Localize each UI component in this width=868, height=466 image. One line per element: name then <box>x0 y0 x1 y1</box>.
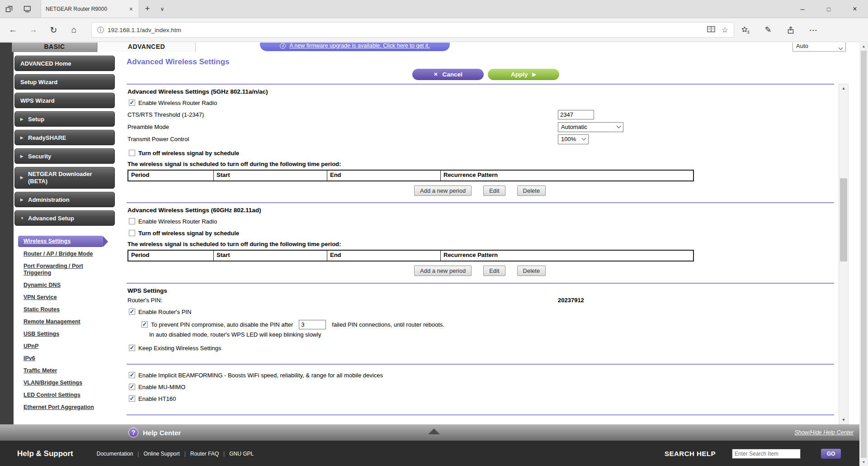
footer-link-gnu-gpl[interactable]: GNU GPL <box>229 451 254 457</box>
scroll-down-icon[interactable]: ▼ <box>839 416 848 424</box>
sidebar-item-label: ReadySHARE <box>28 134 66 141</box>
back-icon[interactable]: ← <box>3 25 23 35</box>
schedule-off-60ghz-checkbox[interactable] <box>129 230 135 236</box>
url-box[interactable]: ⓘ 192.168.1.1/adv_index.htm ☆ <box>91 22 734 38</box>
help-search-input[interactable] <box>732 449 801 459</box>
sidebar-item-readyshare[interactable]: ▶ ReadySHARE <box>14 130 115 145</box>
sidebar-subitem-wireless-settings[interactable]: Wireless Settings <box>18 236 103 247</box>
browser-scrollbar[interactable]: ▲ ▼ <box>859 43 868 466</box>
scroll-down-icon[interactable]: ▼ <box>859 458 868 466</box>
keep-existing-settings-checkbox[interactable] <box>129 345 135 351</box>
column-header-start: Start <box>214 171 327 181</box>
checkbox-label: Keep Existing Wireless Settings <box>138 345 222 352</box>
show-hide-help-link[interactable]: Show/Hide Help Center <box>794 429 854 436</box>
maximize-button[interactable]: □ <box>816 0 842 18</box>
site-info-icon[interactable]: ⓘ <box>97 26 104 34</box>
scroll-up-icon[interactable]: ▲ <box>839 84 848 92</box>
share-icon[interactable] <box>779 26 802 34</box>
enable-beamforming-checkbox[interactable] <box>129 372 135 378</box>
chevron-right-icon: ▶ <box>20 136 25 140</box>
apply-button[interactable]: Apply ▶ <box>488 69 559 80</box>
delete-period-button[interactable]: Delete <box>517 266 546 276</box>
enable-ht160-checkbox[interactable] <box>129 395 135 402</box>
sidebar-item-administration[interactable]: ▶ Administration <box>14 192 115 207</box>
sidebar-subitem-usb-settings[interactable]: USB Settings <box>24 331 103 338</box>
settings-more-icon[interactable]: ⋯ <box>802 25 825 35</box>
tab-preview-icon[interactable] <box>0 0 18 18</box>
set-tabs-aside-icon[interactable] <box>18 0 36 18</box>
sidebar-subitem-port-forwarding[interactable]: Port Forwarding / Port Triggering <box>24 263 103 276</box>
sidebar-menu: ADVANCED Home Setup Wizard WPS Wizard ▶ … <box>14 52 127 424</box>
cts-threshold-input[interactable] <box>558 110 594 119</box>
sidebar-subitem-vpn-service[interactable]: VPN Service <box>24 294 103 301</box>
scrollbar-thumb[interactable] <box>840 178 847 262</box>
firmware-banner-text[interactable]: A new firmware upgrade is available. Cli… <box>289 43 430 49</box>
edit-period-button[interactable]: Edit <box>483 266 505 276</box>
footer-link-online-support[interactable]: Online Support <box>144 451 180 457</box>
search-go-button[interactable]: GO <box>821 449 841 459</box>
add-period-button[interactable]: Add a new period <box>414 266 472 276</box>
scrollbar-thumb[interactable] <box>861 51 867 458</box>
new-tab-button[interactable]: + <box>139 0 156 18</box>
content-scrollbar[interactable]: ▲ ▼ <box>839 84 849 424</box>
tab-list-chevron-icon[interactable]: ∨ <box>156 0 169 18</box>
close-button[interactable]: × <box>842 0 868 18</box>
column-header-end: End <box>327 171 441 181</box>
sidebar-subitem-ipv6[interactable]: IPv6 <box>24 355 103 362</box>
delete-period-button[interactable]: Delete <box>517 185 546 196</box>
sidebar-item-label: ADVANCED Home <box>20 60 71 67</box>
page-title: Advanced Wireless Settings <box>127 52 834 67</box>
minimize-button[interactable]: ─ <box>789 0 816 18</box>
tab-close-icon[interactable]: × <box>128 5 134 13</box>
enable-radio-5ghz-checkbox[interactable] <box>129 100 135 106</box>
enable-router-pin-checkbox[interactable] <box>129 309 135 315</box>
footer-link-router-faq[interactable]: Router FAQ <box>190 451 219 457</box>
add-period-button[interactable]: Add a new period <box>414 185 472 196</box>
reading-view-icon[interactable] <box>707 26 715 34</box>
preamble-mode-select[interactable]: Automatic <box>558 122 623 132</box>
sidebar-item-advanced-home[interactable]: ADVANCED Home <box>14 56 115 71</box>
edit-period-button[interactable]: Edit <box>483 185 505 196</box>
schedule-note: The wireless signal is scheduled to turn… <box>127 159 834 168</box>
sidebar-subitem-led-control-settings[interactable]: LED Control Settings <box>24 392 103 399</box>
sidebar-subitem-static-routes[interactable]: Static Routes <box>24 306 103 313</box>
tab-basic[interactable]: BASIC <box>12 43 97 52</box>
refresh-icon[interactable]: ↻ <box>43 25 64 35</box>
web-note-pen-icon[interactable]: ✎ <box>757 25 779 35</box>
failed-pin-count-input[interactable] <box>299 320 326 329</box>
tab-advanced[interactable]: ADVANCED <box>97 43 196 52</box>
auto-disable-pin-checkbox[interactable] <box>142 321 148 328</box>
sidebar-item-security[interactable]: ▶ Security <box>14 148 115 164</box>
favorites-hub-icon[interactable] <box>734 26 757 34</box>
sidebar-item-wps-wizard[interactable]: WPS Wizard <box>14 93 115 108</box>
schedule-off-5ghz-checkbox[interactable] <box>129 150 135 156</box>
sidebar-subitem-dynamic-dns[interactable]: Dynamic DNS <box>24 282 103 289</box>
sidebar-subitem-router-ap-bridge-mode[interactable]: Router / AP / Bridge Mode <box>24 251 103 257</box>
home-icon[interactable]: ⌂ <box>64 25 84 35</box>
url-text[interactable]: 192.168.1.1/adv_index.htm <box>108 27 707 33</box>
transmit-power-select[interactable]: 100% <box>558 134 589 144</box>
help-collapse-arrow-icon[interactable] <box>428 428 440 434</box>
firmware-upgrade-banner[interactable]: i A new firmware upgrade is available. C… <box>260 43 450 51</box>
forward-icon[interactable]: → <box>23 25 43 35</box>
sidebar-item-setup-wizard[interactable]: Setup Wizard <box>14 74 115 90</box>
cancel-button[interactable]: ✕ Cancel <box>412 69 484 80</box>
enable-mu-mimo-checkbox[interactable] <box>129 384 135 390</box>
column-header-recurrence: Recurrence Pattern <box>441 171 695 181</box>
favorite-star-icon[interactable]: ☆ <box>722 25 728 35</box>
search-help-label: SEARCH HELP <box>665 450 716 457</box>
sidebar-subitem-upnp[interactable]: UPnP <box>24 343 103 350</box>
sidebar-subitem-ethernet-port-aggregation[interactable]: Ethernet Port Aggregation <box>24 404 103 411</box>
sidebar-item-setup[interactable]: ▶ Setup <box>14 111 115 127</box>
sidebar-subitem-remote-management[interactable]: Remote Management <box>24 319 103 325</box>
sidebar-subitem-traffic-meter[interactable]: Traffic Meter <box>24 367 103 374</box>
scroll-up-icon[interactable]: ▲ <box>859 43 868 50</box>
enable-radio-60ghz-checkbox[interactable] <box>129 218 135 224</box>
sidebar-item-netgear-downloader[interactable]: ▶ NETGEAR Downloader (BETA) <box>14 167 115 189</box>
section-divider <box>127 364 834 365</box>
language-select[interactable]: Auto <box>793 43 846 52</box>
sidebar-item-advanced-setup[interactable]: ▼ Advanced Setup <box>14 210 115 226</box>
footer-link-documentation[interactable]: Documentation <box>97 451 133 457</box>
sidebar-subitem-vlan-bridge-settings[interactable]: VLAN/Bridge Settings <box>24 380 103 386</box>
browser-tab[interactable]: NETGEAR Router R9000 × <box>41 0 139 18</box>
